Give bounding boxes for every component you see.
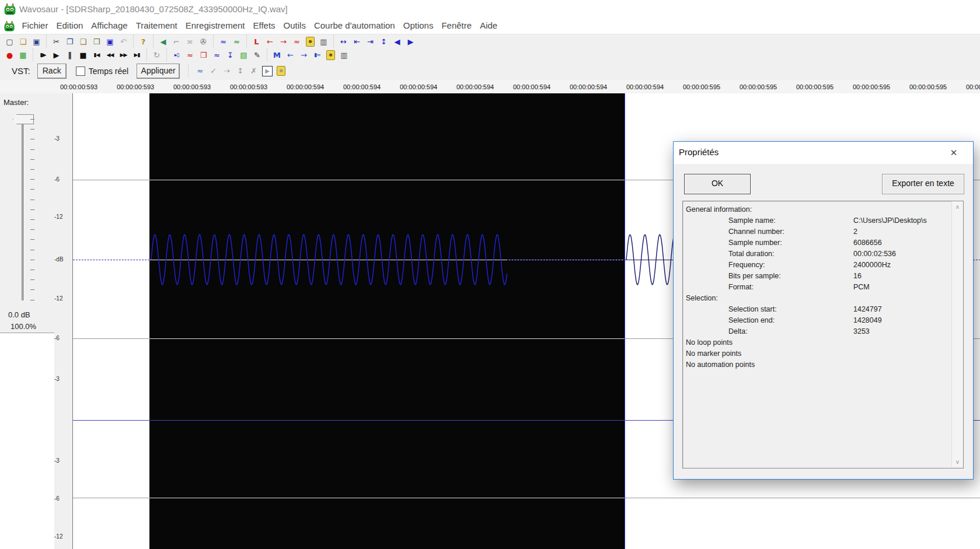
properties-list[interactable]: General information:Sample name:C:\Users… [682, 201, 964, 468]
menu-item-fen-tre[interactable]: Fenêtre [437, 19, 476, 32]
normalize-icon[interactable]: ↧ [224, 49, 237, 61]
loop-selection-icon[interactable]: ▣ [103, 36, 117, 48]
pencil-edit-icon[interactable]: ✎ [250, 49, 264, 61]
new-file-icon[interactable]: ▢ [3, 36, 16, 48]
play-from-cursor-icon[interactable]: ▮▶ [36, 49, 50, 61]
lock-icon[interactable]: ● [277, 66, 285, 76]
marker-M-icon[interactable]: M [270, 49, 284, 61]
property-row[interactable]: No automation points [683, 359, 963, 370]
property-label: No automation points [686, 361, 755, 369]
menu-item-aide[interactable]: Aide [476, 19, 501, 32]
menu-item-traitement[interactable]: Traitement [132, 19, 182, 32]
scroll-down-icon[interactable]: ∨ [952, 456, 963, 467]
realtime-checkbox[interactable] [76, 67, 85, 76]
menu-item-outils[interactable]: Outils [280, 19, 310, 32]
property-row[interactable]: Selection start:1424797 [683, 304, 963, 315]
sonogram-icon[interactable]: ❒ [197, 49, 210, 61]
marker-next-icon[interactable]: → [297, 49, 311, 61]
menu-item-effets[interactable]: Effets [249, 19, 279, 32]
vertical-resize-icon[interactable]: ↕ [233, 65, 247, 77]
dots-arrow-icon[interactable]: ⇢ [220, 65, 233, 77]
property-row[interactable]: Sample number:6086656 [683, 237, 963, 249]
connector-point-icon[interactable]: ⌐ [170, 36, 183, 48]
wave-stats-icon[interactable]: ≈ [210, 49, 224, 61]
scroll-up-icon[interactable]: ∧ [952, 201, 963, 212]
cut-icon[interactable]: ✂ [50, 36, 63, 48]
menu-item-courbe-d-automation[interactable]: Courbe d'automation [310, 19, 399, 32]
property-row[interactable]: Sample name:C:\Users\JP\Desktop\s [683, 215, 963, 226]
menu-item-enregistrement[interactable]: Enregistrement [182, 19, 249, 32]
vst-apply-button[interactable]: Appliquer [137, 64, 180, 79]
property-row[interactable]: No marker points [683, 348, 963, 359]
connector-link-icon[interactable]: ≍ [183, 36, 197, 48]
play-reverse-icon[interactable]: ◀ [390, 36, 404, 48]
play-icon[interactable]: ▶ [50, 49, 63, 61]
property-row[interactable]: Total duration:00:00:02:536 [683, 249, 963, 260]
open-folder-icon[interactable]: ❏ [16, 36, 30, 48]
marker-prev-icon[interactable]: ← [284, 49, 297, 61]
property-value: C:\Users\JP\Desktop\s [853, 216, 927, 225]
go-start-icon[interactable]: ▮◀ [90, 49, 103, 61]
menu-item-affichage[interactable]: Affichage [87, 19, 131, 32]
delete-x-icon[interactable]: ✗ [247, 65, 260, 77]
zoom-selection-icon[interactable]: ↔ [337, 36, 350, 48]
trash-icon[interactable]: ▥ [317, 36, 330, 48]
property-row[interactable]: No loop points [683, 337, 963, 348]
zoom-in-wave-icon[interactable]: ⇥ [364, 36, 377, 48]
rewind-icon[interactable]: ◀◀ [103, 49, 117, 61]
level-meter-icon[interactable]: ▦ [16, 49, 30, 61]
property-row[interactable]: Format:PCM [683, 282, 963, 293]
wave-delete-icon[interactable]: ≈ [290, 36, 304, 48]
batch-process-icon[interactable]: ▤ [237, 49, 250, 61]
export-text-button[interactable]: Exporter en texte [882, 174, 964, 194]
marker-L-icon[interactable]: L [250, 36, 263, 48]
undo-icon[interactable]: ↶ [117, 36, 130, 48]
loop-mode-icon[interactable]: ↻ [150, 49, 163, 61]
menu-item-edition[interactable]: Edition [52, 19, 87, 32]
marker-transient-icon[interactable]: ▮≈ [311, 49, 324, 61]
pause-icon[interactable]: ‖ [63, 49, 76, 61]
property-row[interactable]: General information: [683, 204, 963, 215]
go-end-icon[interactable]: ▶▮ [130, 49, 144, 61]
stop-icon[interactable]: ■ [76, 49, 90, 61]
close-icon[interactable]: ✕ [946, 145, 962, 160]
wave-interpolate-icon[interactable]: ≈ [217, 36, 230, 48]
menu-item-fichier[interactable]: Fichier [18, 19, 52, 32]
save-file-icon[interactable]: ▣ [30, 36, 43, 48]
automation-curve-icon[interactable]: ≈ [193, 65, 207, 77]
property-row[interactable]: Selection: [683, 293, 963, 304]
goto-prev-icon[interactable]: ← [263, 36, 277, 48]
fast-forward-icon[interactable]: ▶▶ [117, 49, 130, 61]
dialog-titlebar[interactable]: Propriétés ✕ [674, 142, 973, 164]
zoom-out-wave-icon[interactable]: ⇤ [350, 36, 364, 48]
property-row[interactable]: Selection end:1428049 [683, 315, 963, 326]
zoom-vertical-icon[interactable]: ↕ [377, 36, 390, 48]
wave-resample-icon[interactable]: ≈ [230, 36, 243, 48]
property-row[interactable]: Frequency:2400000Hz [683, 260, 963, 271]
lock-icon[interactable]: ● [326, 50, 335, 60]
property-row[interactable]: Channel number:2 [683, 226, 963, 237]
wrench-icon[interactable]: ✇ [197, 36, 210, 48]
paste-icon[interactable]: ❑ [76, 36, 90, 48]
property-row[interactable]: Delta:3253 [683, 326, 963, 337]
help-icon[interactable]: ? [137, 36, 150, 48]
play-forward-icon[interactable]: ▶ [404, 36, 417, 48]
trash-icon[interactable]: ▥ [337, 49, 351, 61]
master-fader-track[interactable] [22, 117, 25, 300]
play-automation-icon[interactable]: ▶ [262, 66, 273, 76]
timeline-ruler[interactable]: 00:00:00:59300:00:00:59300:00:00:59300:0… [0, 80, 980, 94]
paste-insert-icon[interactable]: ▸▯ [170, 49, 183, 61]
scrollbar[interactable]: ∧ ∨ [951, 201, 963, 467]
speaker-icon[interactable]: ◀ [156, 36, 170, 48]
menu-item-options[interactable]: Options [399, 19, 438, 32]
vst-rack-button[interactable]: Rack [37, 64, 67, 79]
copy-icon[interactable]: ❐ [63, 36, 76, 48]
analysis-wave-icon[interactable]: ≈ [183, 49, 197, 61]
goto-next-icon[interactable]: → [277, 36, 290, 48]
property-row[interactable]: Bits per sample:16 [683, 271, 963, 282]
paste-special-icon[interactable]: ❒ [90, 36, 103, 48]
record-icon[interactable]: ● [3, 49, 16, 61]
lock-icon[interactable]: ● [306, 37, 315, 47]
apply-check-icon[interactable]: ✓ [207, 65, 220, 77]
ok-button[interactable]: OK [684, 174, 751, 194]
